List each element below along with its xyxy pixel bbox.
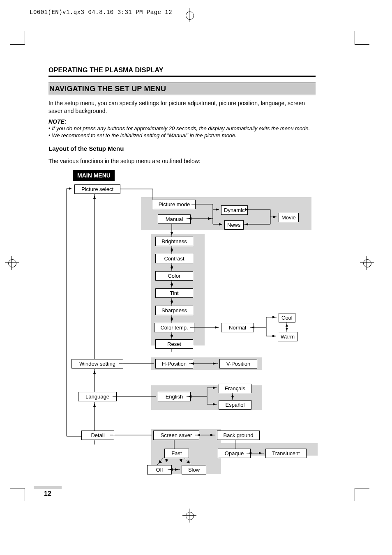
trimline [355,488,369,488]
registration-mark-right [360,256,374,270]
svg-marker-61 [286,328,288,331]
layout-intro: The various functions in the setup menu … [48,157,316,165]
svg-marker-39 [171,284,173,287]
svg-marker-7 [93,371,96,374]
svg-marker-51 [215,326,218,329]
svg-marker-25 [245,208,249,211]
svg-marker-28 [208,217,212,220]
svg-marker-41 [171,299,173,302]
svg-marker-24 [245,223,248,226]
trimline [25,31,25,44]
svg-marker-17 [219,223,222,226]
svg-marker-5 [93,196,96,199]
section-title: OPERATING THE PLASMA DISPLAY [48,67,316,74]
svg-marker-64 [191,362,194,365]
svg-marker-72 [213,403,216,405]
layout-heading: Layout of the Setup Menu [48,145,316,152]
svg-marker-79 [197,434,200,436]
svg-marker-27 [188,217,191,220]
divider [48,153,316,153]
svg-marker-84 [159,460,162,463]
svg-marker-33 [171,250,173,253]
note-heading: NOTE: [48,118,316,125]
svg-marker-65 [213,362,216,365]
registration-mark-left [5,256,19,270]
trimline [355,488,355,501]
registration-mark-top [182,8,196,22]
setup-menu-diagram: MAIN MENU Picture select Picture mode Ma… [48,170,316,476]
svg-marker-32 [171,247,173,250]
trimline [10,44,25,45]
svg-marker-73 [188,395,191,398]
svg-marker-9 [93,403,96,407]
svg-marker-42 [171,302,173,304]
svg-marker-45 [171,319,173,322]
svg-marker-48 [171,335,173,338]
print-header: L0601(EN)v1.qx3 04.8.10 3:31 PM Page 12 [30,9,172,16]
svg-marker-35 [171,265,173,267]
divider [48,76,316,77]
page-footer: 12 [34,486,62,497]
svg-marker-87 [179,459,182,462]
svg-marker-76 [231,396,234,399]
trimline [355,44,369,45]
note-item: • If you do not press any buttons for ap… [48,125,316,132]
svg-marker-90 [175,468,178,471]
svg-marker-30 [171,232,173,235]
trimline [25,488,25,501]
page-number: 12 [34,490,62,497]
trimline [355,31,355,44]
registration-mark-bottom [182,509,196,523]
page-tab [34,486,62,489]
svg-marker-94 [259,452,262,454]
svg-marker-80 [210,434,214,436]
svg-marker-55 [272,316,276,318]
svg-marker-58 [251,326,254,329]
svg-marker-86 [165,459,168,462]
svg-marker-89 [169,468,173,471]
svg-marker-57 [272,335,276,337]
intro-paragraph: In the setup menu, you can specify setti… [48,99,316,115]
svg-marker-38 [171,282,173,285]
svg-marker-71 [213,387,216,389]
svg-marker-93 [248,452,251,454]
svg-marker-44 [171,316,173,319]
note-item: • We recommend to set to the initialized… [48,132,316,139]
trimline [10,488,25,488]
subsection-title: NAVIGATING THE SET UP MENU [48,83,316,95]
connector-lines [48,170,316,476]
svg-marker-36 [171,267,173,270]
svg-marker-60 [286,324,288,327]
svg-marker-0 [69,187,71,190]
